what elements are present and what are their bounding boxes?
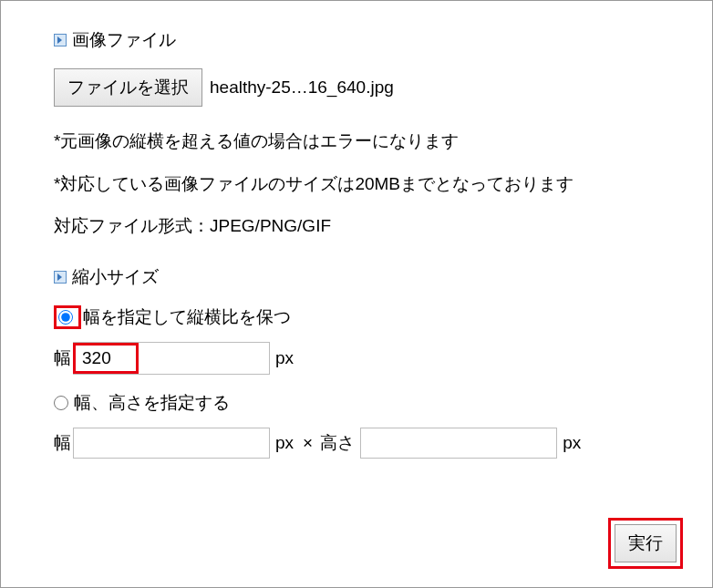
width-label-2: 幅	[54, 431, 71, 455]
width-label-1: 幅	[54, 346, 71, 370]
height-label-2: 高さ	[320, 431, 355, 455]
choose-file-button[interactable]: ファイルを選択	[54, 68, 202, 107]
section-title-resize: 縮小サイズ	[72, 265, 159, 289]
arrow-square-icon	[54, 271, 67, 284]
radio-width-height-label: 幅、高さを指定する	[74, 391, 230, 415]
radio-width-height[interactable]	[54, 396, 68, 410]
section-title-image-file: 画像ファイル	[72, 28, 176, 52]
radio-keep-aspect-label: 幅を指定して縦横比を保つ	[83, 305, 291, 329]
highlight-marker	[73, 343, 139, 374]
highlight-marker	[54, 305, 81, 329]
width-input-1[interactable]	[78, 346, 133, 370]
arrow-square-icon	[54, 34, 67, 46]
unit-px: px	[275, 348, 294, 368]
unit-px: px	[563, 433, 581, 453]
note-max-size: *対応している画像ファイルのサイズは20MBまでとなっております	[54, 171, 666, 198]
radio-keep-aspect[interactable]	[58, 310, 73, 325]
note-oversize-error: *元画像の縦横を超える値の場合はエラーになります	[54, 129, 666, 155]
unit-px: px	[275, 433, 294, 453]
selected-file-name: healthy-25…16_640.jpg	[210, 77, 394, 98]
highlight-marker: 実行	[608, 518, 683, 569]
width-input-wrapper-1	[73, 342, 270, 375]
height-input-2[interactable]	[360, 428, 557, 459]
submit-button[interactable]: 実行	[615, 524, 677, 562]
times-symbol: ×	[303, 433, 313, 453]
width-input-2[interactable]	[73, 428, 270, 459]
note-supported-formats: 対応ファイル形式：JPEG/PNG/GIF	[54, 213, 666, 240]
